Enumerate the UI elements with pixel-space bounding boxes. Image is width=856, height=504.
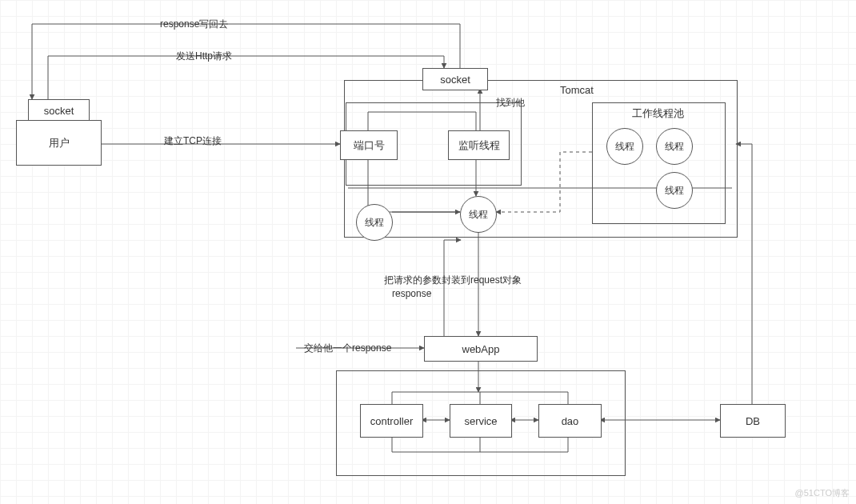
thread-pool-title: 工作线程池: [632, 106, 684, 121]
center-thread: 线程: [460, 196, 497, 233]
label-encapsulate: 把请求的参数封装到request对象: [384, 274, 522, 287]
label-send-http: 发送Http请求: [176, 50, 232, 63]
controller-box: controller: [360, 404, 423, 438]
label-response-back: response写回去: [160, 18, 228, 31]
top-socket-box: socket: [422, 68, 488, 90]
tomcat-title: Tomcat: [560, 84, 594, 96]
label-give-response: 交给他一个response: [304, 342, 391, 355]
dao-box: dao: [538, 404, 602, 438]
label-tcp: 建立TCP连接: [164, 134, 222, 148]
pool-thread-1: 线程: [606, 128, 643, 165]
watermark: @51CTO博客: [795, 487, 850, 499]
db-box: DB: [720, 404, 786, 438]
label-find: 找到他: [496, 96, 525, 110]
label-response: response: [392, 288, 431, 299]
pool-thread-3: 线程: [656, 172, 693, 209]
user-box: 用户: [16, 120, 102, 166]
user-socket-box: socket: [28, 99, 90, 122]
service-box: service: [450, 404, 512, 438]
listener-box: 监听线程: [448, 130, 510, 160]
webapp-box: webApp: [424, 336, 538, 362]
port-box: 端口号: [340, 130, 398, 160]
pool-thread-2: 线程: [656, 128, 693, 165]
outside-thread-left: 线程: [356, 204, 393, 241]
